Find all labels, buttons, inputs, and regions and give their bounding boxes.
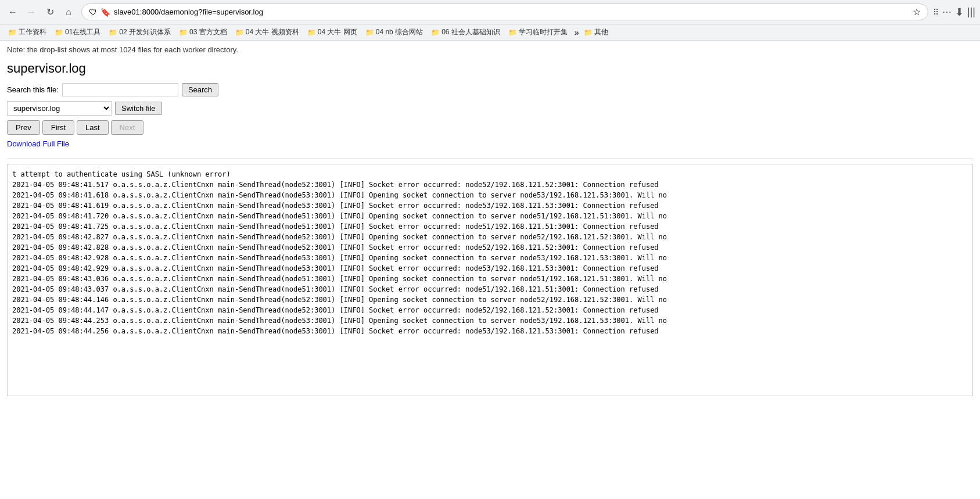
pagination-nav: Prev First Last Next <box>7 120 973 135</box>
download-indicator-icon[interactable]: ⬇ <box>955 6 964 19</box>
folder-icon: 📁 <box>235 28 244 37</box>
browser-actions: ⠿ ⋯ ⬇ ||| <box>933 6 975 19</box>
bookmark-label: 04 大牛 网页 <box>318 27 357 37</box>
address-bar[interactable]: 🛡 🔖 ☆ <box>81 3 928 20</box>
bookmark-label: 04 nb 综合网站 <box>376 27 423 37</box>
more-bookmarks-icon[interactable]: » <box>575 28 579 37</box>
favicon-icon: 🔖 <box>100 8 110 17</box>
next-button[interactable]: Next <box>111 120 144 135</box>
file-select[interactable]: supervisor.log <box>7 101 112 116</box>
bookmark-item-6[interactable]: 📁 04 nb 综合网站 <box>362 26 426 38</box>
bookmark-item-0[interactable]: 📁 工作资料 <box>5 26 50 38</box>
bookmark-label: 04 大牛 视频资料 <box>246 27 299 37</box>
search-button[interactable]: Search <box>182 83 218 96</box>
download-full-file-link[interactable]: Download Full File <box>7 139 69 148</box>
browser-chrome: ← → ↻ ⌂ 🛡 🔖 ☆ ⠿ ⋯ ⬇ ||| <box>0 0 980 24</box>
url-input[interactable] <box>114 8 909 16</box>
bookmark-item-8[interactable]: 📁 学习临时打开集 <box>505 26 571 38</box>
back-button[interactable]: ← <box>5 4 21 20</box>
bookmark-label: 其他 <box>594 27 608 37</box>
search-label: Search this file: <box>7 85 59 94</box>
shield-icon: 🛡 <box>89 8 97 17</box>
reload-button[interactable]: ↻ <box>42 4 58 20</box>
bookmark-star-icon[interactable]: ☆ <box>913 6 921 17</box>
log-content: t attempt to authenticate using SASL (un… <box>7 164 973 396</box>
switch-file-button[interactable]: Switch file <box>115 102 162 115</box>
bookmark-item-9[interactable]: 📁 其他 <box>580 26 612 38</box>
bookmark-label: 工作资料 <box>19 27 46 37</box>
note-text: Note: the drop-list shows at most 1024 f… <box>7 45 973 54</box>
reading-list-icon[interactable]: ||| <box>967 6 975 18</box>
bookmarks-bar: 📁 工作资料 📁 01在线工具 📁 02 开发知识体系 📁 03 官方文档 📁 … <box>0 24 980 41</box>
bookmark-label: 01在线工具 <box>65 27 100 37</box>
bookmark-item-5[interactable]: 📁 04 大牛 网页 <box>304 26 361 38</box>
bookmark-label: 02 开发知识体系 <box>119 27 171 37</box>
bookmark-item-4[interactable]: 📁 04 大牛 视频资料 <box>232 26 303 38</box>
bookmark-item-1[interactable]: 📁 01在线工具 <box>51 26 104 38</box>
forward-button[interactable]: → <box>23 4 40 20</box>
folder-icon: 📁 <box>508 28 517 37</box>
bookmark-item-7[interactable]: 📁 06 社会人基础知识 <box>428 26 504 38</box>
folder-icon: 📁 <box>584 28 593 37</box>
bookmark-label: 06 社会人基础知识 <box>441 27 500 37</box>
bookmark-item-2[interactable]: 📁 02 开发知识体系 <box>105 26 174 38</box>
bookmark-label: 03 官方文档 <box>189 27 227 37</box>
folder-icon: 📁 <box>179 28 188 37</box>
folder-icon: 📁 <box>8 28 17 37</box>
file-title: supervisor.log <box>7 61 973 76</box>
extensions-icon[interactable]: ⠿ <box>933 8 939 17</box>
last-button[interactable]: Last <box>77 120 109 135</box>
folder-icon: 📁 <box>55 28 63 37</box>
search-input[interactable] <box>62 83 178 96</box>
search-row: Search this file: Search <box>7 83 973 96</box>
bookmark-label: 学习临时打开集 <box>519 27 568 37</box>
prev-button[interactable]: Prev <box>7 120 40 135</box>
folder-icon: 📁 <box>365 28 374 37</box>
folder-icon: 📁 <box>431 28 440 37</box>
menu-icon[interactable]: ⋯ <box>942 6 952 17</box>
folder-icon: 📁 <box>109 28 117 37</box>
divider <box>7 159 973 159</box>
page-content: Note: the drop-list shows at most 1024 f… <box>0 41 980 401</box>
nav-buttons: ← → ↻ ⌂ <box>5 4 77 20</box>
folder-icon: 📁 <box>307 28 316 37</box>
file-select-row: supervisor.log Switch file <box>7 101 973 116</box>
bookmark-item-3[interactable]: 📁 03 官方文档 <box>175 26 231 38</box>
first-button[interactable]: First <box>42 120 74 135</box>
home-button[interactable]: ⌂ <box>60 4 77 20</box>
